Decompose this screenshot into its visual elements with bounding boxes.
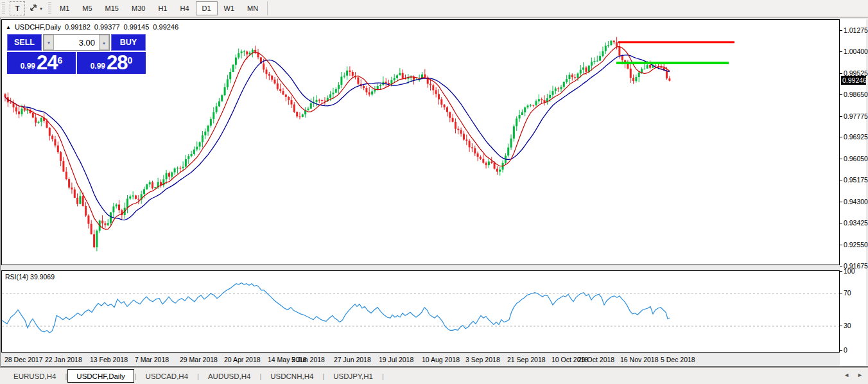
buy-price-small: 0.99	[91, 60, 105, 73]
buy-button[interactable]: BUY	[111, 34, 146, 51]
rsi-axis-label: 100	[844, 267, 855, 275]
buy-price-display[interactable]: 0.99 28 0	[77, 52, 146, 74]
volume-decrease-button[interactable]: ▼	[44, 35, 54, 50]
price-axis-label: 0.93425	[844, 219, 868, 227]
collapse-triangle-icon[interactable]: ▲	[6, 24, 11, 30]
rsi-pane[interactable]: RSI(14) 39.9069	[1, 270, 840, 353]
timeframe-button-m15[interactable]: M15	[99, 1, 125, 15]
axis-tick	[840, 116, 842, 117]
date-label: 5 Jun 2018	[291, 356, 325, 363]
rsi-indicator-label: RSI(14) 39.9069	[5, 273, 55, 281]
toolbar: T ▾ M1M5M15M30H1H4D1W1MN	[0, 0, 868, 18]
axis-tick	[840, 30, 842, 31]
current-price-badge: 0.99246	[841, 76, 866, 85]
toolbar-separator	[267, 1, 268, 15]
stepper-up-icon: ▲	[102, 40, 107, 45]
toolbar-drag-handle[interactable]	[2, 2, 5, 15]
chart-symbol-label: USDCHF,Daily	[15, 23, 61, 31]
arrows-tool-button[interactable]: ▾	[25, 1, 46, 15]
axis-tick	[840, 271, 842, 272]
one-click-trade-panel: SELL ▼ ▲ BUY 0.99 24 6	[6, 33, 147, 75]
tab-audusd-h4[interactable]: AUDUSD,H4	[200, 369, 259, 383]
date-label: 21 Sep 2018	[507, 356, 546, 363]
date-label: 22 Jan 2018	[45, 356, 82, 363]
axis-tick	[840, 223, 842, 223]
axis-tick	[840, 350, 842, 351]
chevron-down-icon: ▾	[40, 6, 42, 12]
tab-usdcad-h4[interactable]: USDCAD,H4	[137, 369, 196, 383]
price-axis-label: 0.94300	[844, 198, 868, 205]
sell-price-big: 24	[37, 53, 57, 73]
date-label: 5 Dec 2018	[661, 356, 695, 363]
price-axis-label: 1.00400	[844, 48, 868, 55]
chart-tabbar: EURUSD,H4|USDCHF,Daily|USDCAD,H4|AUDUSD,…	[0, 367, 868, 384]
buy-price-pip: 0	[128, 55, 133, 65]
arrows-tool-icon	[29, 3, 39, 13]
axis-tick	[840, 73, 842, 74]
chart-title: ▲ USDCHF,Daily 0.99182 0.99377 0.99145 0…	[6, 23, 178, 31]
rsi-axis-label: 0	[844, 346, 847, 354]
axis-tick	[840, 94, 842, 95]
axis-tick	[840, 159, 842, 159]
axis-tick	[840, 245, 842, 245]
tab-usdjpy-h1[interactable]: USDJPY,H1	[325, 369, 381, 383]
price-axis-label: 0.98650	[844, 91, 868, 98]
date-axis[interactable]: 28 Dec 201722 Jan 201813 Feb 20187 Mar 2…	[1, 354, 840, 365]
buy-price-big: 28	[107, 53, 127, 73]
price-axis-label: 0.95175	[844, 176, 868, 184]
tab-scroll-right-icon[interactable]: ►	[857, 372, 863, 378]
ohlc-open: 0.99182	[65, 23, 91, 31]
axis-tick	[840, 266, 842, 266]
date-label: 28 Dec 2017	[4, 356, 43, 363]
date-label: 19 Jul 2018	[379, 356, 413, 363]
frame-divider	[0, 366, 868, 367]
price-axis[interactable]: 1.012751.004000.995250.986500.977750.969…	[840, 19, 866, 366]
date-label: 29 Mar 2018	[180, 356, 218, 363]
date-label: 27 Jun 2018	[334, 356, 371, 363]
rsi-axis-label: 70	[844, 289, 851, 297]
tab-divider: |	[381, 372, 385, 380]
timeframe-button-w1[interactable]: W1	[218, 1, 241, 15]
mt4-window: T ▾ M1M5M15M30H1H4D1W1MN ▲ USDCHF,Daily …	[0, 0, 868, 384]
axis-tick	[840, 293, 842, 293]
volume-increase-button[interactable]: ▲	[99, 35, 109, 50]
price-axis-label: 0.96050	[844, 155, 868, 162]
rsi-axis-label: 30	[844, 322, 851, 329]
toolbar-drag-handle[interactable]	[48, 2, 51, 15]
date-label: 3 Sep 2018	[465, 356, 500, 363]
sell-price-pip: 6	[58, 55, 63, 65]
tab-eurusd-h4[interactable]: EURUSD,H4	[5, 369, 64, 383]
tab-usdcnh-h4[interactable]: USDCNH,H4	[262, 369, 322, 383]
date-label: 16 Nov 2018	[620, 356, 659, 363]
price-axis-label: 0.92550	[844, 241, 868, 249]
sell-price-small: 0.99	[21, 60, 35, 73]
axis-tick	[840, 51, 842, 52]
timeframe-button-h4[interactable]: H4	[173, 1, 195, 15]
price-axis-label: 1.01275	[844, 26, 868, 34]
timeframe-button-d1[interactable]: D1	[196, 1, 218, 15]
axis-tick	[840, 202, 842, 202]
main-chart-pane[interactable]: ▲ USDCHF,Daily 0.99182 0.99377 0.99145 0…	[1, 19, 840, 265]
ohlc-low: 0.99145	[124, 23, 150, 31]
volume-input[interactable]	[54, 35, 99, 50]
timeframe-button-m1[interactable]: M1	[53, 1, 76, 15]
volume-stepper: ▼ ▲	[43, 34, 110, 51]
sell-button[interactable]: SELL	[7, 34, 42, 51]
timeframe-button-m5[interactable]: M5	[76, 1, 98, 15]
price-axis-label: 0.96925	[844, 133, 868, 141]
text-tool-button[interactable]: T	[10, 1, 25, 15]
date-label: 7 Mar 2018	[135, 356, 169, 363]
date-label: 10 Aug 2018	[422, 356, 460, 363]
stepper-down-icon: ▼	[47, 40, 51, 45]
sell-price-display[interactable]: 0.99 24 6	[7, 52, 76, 74]
timeframe-button-mn[interactable]: MN	[241, 1, 265, 15]
timeframe-button-h1[interactable]: H1	[152, 1, 173, 15]
tab-usdchf-daily[interactable]: USDCHF,Daily	[67, 369, 134, 383]
date-label: 29 Oct 2018	[578, 356, 614, 363]
ohlc-close: 0.99246	[153, 23, 178, 31]
axis-tick	[840, 137, 842, 137]
timeframe-toolbar: M1M5M15M30H1H4D1W1MN	[53, 1, 265, 15]
timeframe-button-m30[interactable]: M30	[125, 1, 152, 15]
ohlc-high: 0.99377	[94, 23, 120, 31]
tab-scroll-left-icon[interactable]: ◄	[844, 372, 849, 378]
